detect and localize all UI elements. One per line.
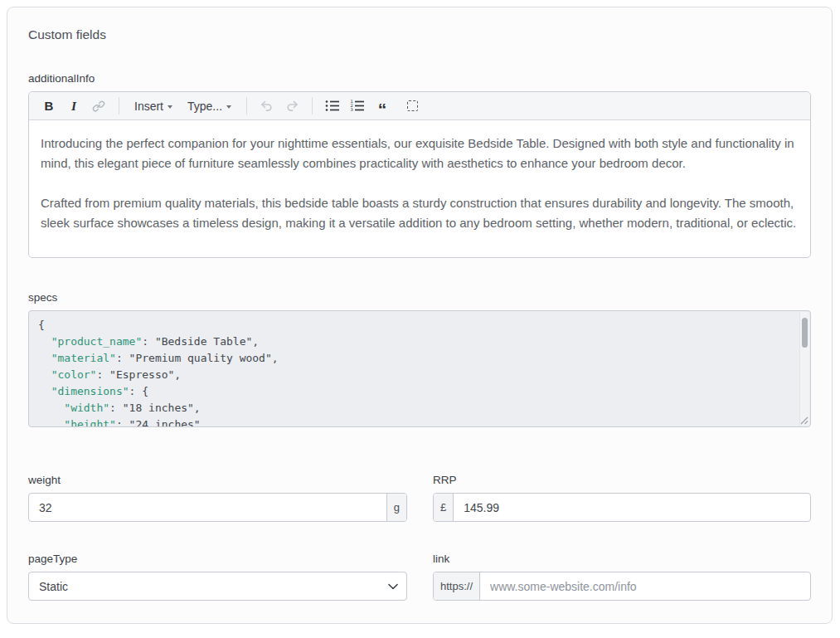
- rrp-input-group: £: [433, 493, 811, 522]
- weight-label: weight: [28, 474, 407, 486]
- dashed-box-icon: [407, 100, 418, 111]
- dashed-box-button[interactable]: [401, 95, 424, 118]
- weight-unit-addon: g: [386, 494, 406, 521]
- rich-text-body[interactable]: Introducing the perfect companion for yo…: [29, 120, 810, 257]
- bold-button[interactable]: B: [37, 95, 61, 118]
- rich-text-paragraph: Crafted from premium quality materials, …: [41, 193, 799, 233]
- weight-input-group: g: [28, 493, 407, 522]
- redo-button[interactable]: [280, 95, 303, 118]
- insert-dropdown[interactable]: Insert: [128, 95, 179, 118]
- link-input[interactable]: [480, 572, 810, 600]
- caret-down-icon: [226, 105, 231, 109]
- specs-code: { "product_name": "Bedside Table", "mate…: [29, 311, 810, 426]
- link-input-group: https://: [433, 572, 811, 601]
- link-icon: [92, 100, 105, 113]
- blockquote-icon: “: [378, 105, 387, 114]
- specs-textarea[interactable]: { "product_name": "Bedside Table", "mate…: [28, 310, 811, 427]
- code-line: "dimensions": {: [38, 383, 790, 400]
- rich-text-editor: B I Insert Typ: [28, 91, 811, 258]
- weight-rrp-row: weight g RRP £: [28, 474, 811, 522]
- code-line: "height": "24 inches",: [38, 416, 790, 426]
- type-dropdown-label: Type...: [187, 100, 222, 113]
- panel-title: Custom fields: [28, 27, 811, 42]
- resize-grip-icon[interactable]: [799, 416, 808, 425]
- code-line: "color": "Espresso",: [38, 367, 790, 383]
- bullet-list-icon: [325, 100, 340, 112]
- weight-input[interactable]: [29, 494, 386, 521]
- code-line: "product_name": "Bedside Table",: [38, 334, 790, 350]
- link-label: link: [433, 553, 811, 565]
- code-line: {: [38, 317, 790, 334]
- page-type-label: pageType: [28, 553, 407, 565]
- undo-button[interactable]: [255, 95, 279, 118]
- custom-fields-panel: Custom fields additionalInfo B I: [7, 7, 833, 624]
- toolbar-separator: [119, 97, 119, 114]
- insert-dropdown-label: Insert: [134, 100, 163, 113]
- svg-text:3: 3: [351, 107, 353, 112]
- type-dropdown[interactable]: Type...: [181, 95, 238, 118]
- rrp-label: RRP: [433, 474, 811, 486]
- rich-text-toolbar: B I Insert Typ: [29, 92, 810, 120]
- caret-down-icon: [168, 105, 172, 109]
- page-type-select[interactable]: Static: [28, 572, 407, 601]
- ordered-list-icon: 123: [350, 100, 365, 112]
- rich-text-paragraph: Introducing the perfect companion for yo…: [41, 134, 799, 173]
- ordered-list-button[interactable]: 123: [346, 95, 369, 118]
- blockquote-button[interactable]: “: [371, 95, 394, 118]
- italic-button[interactable]: I: [62, 95, 85, 118]
- link-button[interactable]: [87, 95, 110, 118]
- code-line: "material": "Premium quality wood",: [38, 350, 790, 367]
- toolbar-separator: [312, 97, 313, 114]
- specs-label: specs: [28, 291, 811, 304]
- page-type-select-wrap: Static: [28, 572, 407, 601]
- protocol-addon: https://: [434, 572, 480, 600]
- scrollbar-track[interactable]: [799, 312, 809, 426]
- currency-addon: £: [434, 494, 454, 521]
- pagetype-link-row: pageType Static link https://: [28, 553, 811, 601]
- code-line: "width": "18 inches",: [38, 400, 790, 416]
- scrollbar-thumb[interactable]: [802, 318, 808, 348]
- rrp-input[interactable]: [454, 494, 810, 521]
- page: Custom fields additionalInfo B I: [0, 0, 840, 638]
- toolbar-separator: [246, 97, 247, 114]
- undo-icon: [260, 99, 274, 113]
- additional-info-label: additionalInfo: [28, 72, 811, 85]
- redo-icon: [284, 99, 299, 113]
- bullet-list-button[interactable]: [321, 95, 344, 118]
